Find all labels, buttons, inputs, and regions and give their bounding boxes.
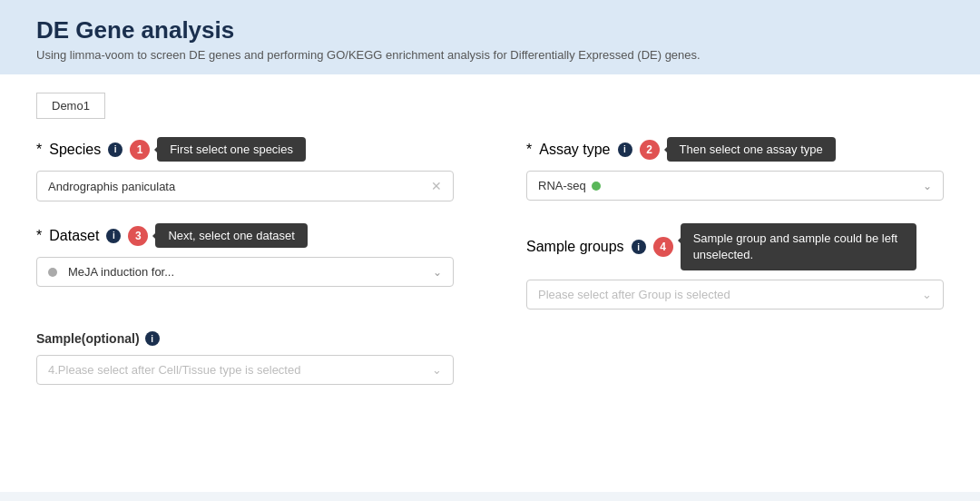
page-subtitle: Using limma-voom to screen DE genes and … — [36, 48, 944, 62]
dataset-label: Dataset — [49, 228, 99, 244]
tab-bar: Demo1 — [36, 93, 944, 119]
species-required: * — [36, 142, 42, 158]
dataset-step-badge: 3 — [128, 226, 148, 246]
species-section: * Species i 1 First select one species A… — [36, 137, 454, 201]
species-value: Andrographis paniculata — [48, 180, 175, 193]
dataset-select[interactable]: MeJA induction for... ⌄ — [36, 257, 454, 287]
species-select[interactable]: Andrographis paniculata ✕ — [36, 171, 454, 201]
species-label-row: * Species i 1 First select one species — [36, 137, 454, 162]
page-title: DE Gene analysis — [36, 16, 944, 44]
sample-optional-placeholder: 4.Please select after Cell/Tissue type i… — [48, 363, 300, 377]
dataset-required: * — [36, 228, 42, 244]
species-label: Species — [49, 142, 101, 158]
dataset-info-icon[interactable]: i — [106, 229, 121, 243]
tab-demo1[interactable]: Demo1 — [36, 93, 105, 119]
empty-section — [526, 331, 944, 385]
species-info-icon[interactable]: i — [108, 142, 122, 157]
sample-groups-chevron-icon: ⌄ — [922, 288, 932, 301]
assay-step-badge: 2 — [640, 140, 660, 160]
dataset-chevron-icon: ⌄ — [433, 266, 442, 279]
sample-optional-label-row: Sample(optional) i — [36, 331, 454, 346]
species-tooltip: First select one species — [157, 137, 306, 162]
assay-value: RNA-seq — [538, 179, 586, 192]
assay-dot — [592, 182, 601, 191]
assay-select[interactable]: RNA-seq ⌄ — [526, 171, 944, 201]
assay-label-row: * Assay type i 2 Then select one assay t… — [526, 137, 944, 162]
main-content: Demo1 * Species i 1 First select one spe… — [0, 74, 980, 492]
assay-info-icon[interactable]: i — [618, 142, 632, 157]
sample-optional-info-icon[interactable]: i — [145, 331, 160, 346]
sample-groups-label: Sample groups — [526, 239, 624, 255]
sample-optional-chevron-icon: ⌄ — [432, 363, 442, 377]
dataset-section: * Dataset i 3 Next, select one dataset M… — [36, 223, 454, 309]
sample-groups-label-row: Sample groups i 4 Sample group and sampl… — [526, 223, 944, 270]
sample-optional-section: Sample(optional) i 4.Please select after… — [36, 331, 454, 385]
assay-type-section: * Assay type i 2 Then select one assay t… — [526, 137, 944, 201]
sample-groups-section: Sample groups i 4 Sample group and sampl… — [526, 223, 944, 309]
assay-chevron-icon: ⌄ — [923, 180, 932, 192]
species-clear-icon[interactable]: ✕ — [431, 179, 442, 193]
dataset-tooltip: Next, select one dataset — [155, 223, 307, 248]
species-step-badge: 1 — [130, 140, 150, 160]
sample-groups-placeholder: Please select after Group is selected — [538, 288, 730, 301]
assay-tooltip: Then select one assay type — [667, 137, 836, 162]
sample-optional-select[interactable]: 4.Please select after Cell/Tissue type i… — [36, 355, 454, 385]
assay-label: Assay type — [539, 142, 610, 158]
sample-groups-tooltip: Sample group and sample could be left un… — [681, 223, 916, 270]
dataset-dot — [48, 268, 57, 277]
sample-groups-info-icon[interactable]: i — [632, 240, 646, 254]
header: DE Gene analysis Using limma-voom to scr… — [0, 0, 980, 74]
sample-optional-label: Sample(optional) — [36, 331, 140, 346]
sample-groups-step-badge: 4 — [653, 237, 673, 257]
assay-required: * — [526, 142, 532, 158]
dataset-value: MeJA induction for... — [68, 265, 174, 279]
sample-groups-select[interactable]: Please select after Group is selected ⌄ — [526, 280, 944, 309]
form-grid: * Species i 1 First select one species A… — [36, 137, 944, 407]
dataset-label-row: * Dataset i 3 Next, select one dataset — [36, 223, 454, 248]
